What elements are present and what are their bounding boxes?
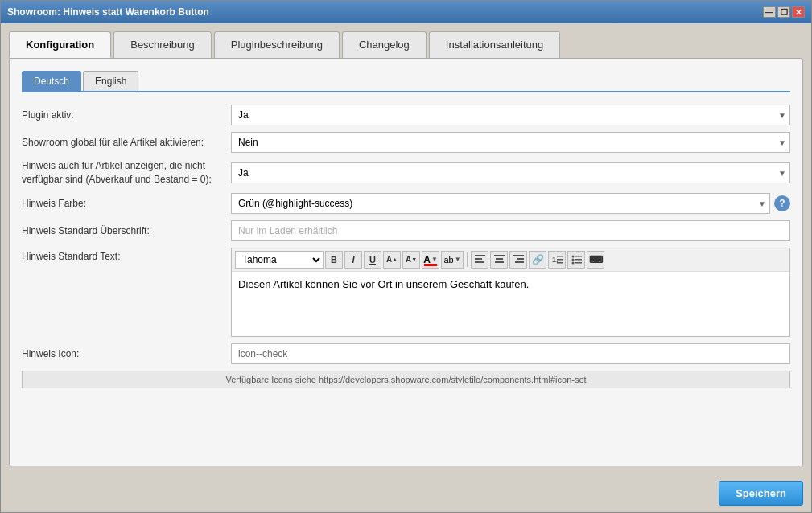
hinweis-farbe-control: Grün (@highlight-success) Rot Blau ▼ ? <box>231 193 790 214</box>
hinweis-artikel-row: Hinweis auch für Artikel anzeigen, die n… <box>22 159 790 187</box>
hinweis-artikel-select[interactable]: Ja Nein <box>231 162 790 183</box>
underline-button[interactable]: U <box>364 251 381 269</box>
hinweis-icon-input[interactable] <box>231 343 790 364</box>
hinweis-uberschrift-control <box>231 220 790 241</box>
hinweis-uberschrift-input[interactable] <box>231 220 790 241</box>
special-chars-button[interactable]: ⌨ <box>587 251 604 269</box>
subscript-button[interactable]: A▼ <box>402 251 420 269</box>
hinweis-uberschrift-row: Hinweis Standard Überschrift: <box>22 220 790 241</box>
titlebar: Showroom: Hinweis statt Warenkorb Button… <box>1 1 811 23</box>
svg-rect-8 <box>515 261 524 263</box>
close-button[interactable]: ✕ <box>792 6 805 18</box>
svg-rect-16 <box>575 256 582 257</box>
svg-point-13 <box>571 256 574 258</box>
tab-beschreibung[interactable]: Beschreibung <box>113 31 212 58</box>
tab-pluginbeschreibung[interactable]: Pluginbeschreibung <box>214 31 340 58</box>
lang-tab-english[interactable]: English <box>83 71 138 91</box>
plugin-aktiv-select-wrap: Ja Nein ▼ <box>231 105 790 125</box>
showroom-control: Nein Ja ▼ <box>231 132 790 153</box>
hinweis-text-control: Tahoma Arial Verdana B I U A▲ A▼ A <box>231 248 790 337</box>
superscript-button[interactable]: A▲ <box>383 251 401 269</box>
svg-rect-7 <box>517 258 524 260</box>
svg-rect-6 <box>513 255 524 256</box>
main-window: Showroom: Hinweis statt Warenkorb Button… <box>0 0 812 513</box>
hinweis-farbe-select[interactable]: Grün (@highlight-success) Rot Blau <box>231 193 770 214</box>
restore-button[interactable]: ❐ <box>777 6 790 18</box>
main-tabs: Konfiguration Beschreibung Pluginbeschre… <box>9 31 803 58</box>
hinweis-icon-control <box>231 343 790 364</box>
hinweis-text-label: Hinweis Standard Text: <box>22 248 231 262</box>
italic-button[interactable]: I <box>344 251 362 269</box>
svg-point-14 <box>571 259 574 261</box>
bold-button[interactable]: B <box>325 251 343 269</box>
hinweis-artikel-select-wrap: Ja Nein ▼ <box>231 162 790 183</box>
save-button[interactable]: Speichern <box>719 481 803 506</box>
highlight-color-button[interactable]: ab ▼ <box>441 251 464 269</box>
showroom-select[interactable]: Nein Ja <box>231 132 790 153</box>
titlebar-buttons: — ❐ ✕ <box>763 6 805 18</box>
hinweis-icon-row: Hinweis Icon: <box>22 343 790 364</box>
svg-rect-0 <box>475 255 485 256</box>
svg-rect-11 <box>557 259 563 261</box>
lang-tab-deutsch[interactable]: Deutsch <box>22 71 81 91</box>
lang-tabs: Deutsch English <box>22 71 790 92</box>
tab-changelog[interactable]: Changelog <box>342 31 427 58</box>
align-right-button[interactable] <box>509 251 527 269</box>
content-area: Konfiguration Beschreibung Pluginbeschre… <box>1 23 811 474</box>
hinweis-artikel-control: Ja Nein ▼ <box>231 162 790 183</box>
unordered-list-button[interactable] <box>567 251 585 269</box>
toolbar-separator-1 <box>467 252 468 267</box>
hinweis-farbe-label: Hinweis Farbe: <box>22 198 231 209</box>
svg-rect-4 <box>496 258 503 260</box>
plugin-aktiv-control: Ja Nein ▼ <box>231 105 790 125</box>
editor-toolbar: Tahoma Arial Verdana B I U A▲ A▼ A <box>232 248 789 272</box>
tab-konfiguration[interactable]: Konfiguration <box>9 31 111 58</box>
plugin-aktiv-row: Plugin aktiv: Ja Nein ▼ <box>22 105 790 125</box>
align-left-button[interactable] <box>471 251 488 269</box>
hinweis-icon-label: Hinweis Icon: <box>22 348 231 359</box>
showroom-row: Showroom global für alle Artikel aktivie… <box>22 132 790 153</box>
showroom-label: Showroom global für alle Artikel aktivie… <box>22 137 231 148</box>
text-editor: Tahoma Arial Verdana B I U A▲ A▼ A <box>231 248 790 337</box>
svg-rect-17 <box>575 259 582 261</box>
hinweis-farbe-row: Hinweis Farbe: Grün (@highlight-success)… <box>22 193 790 214</box>
svg-rect-5 <box>495 261 504 263</box>
main-panel: Deutsch English Plugin aktiv: Ja Nein ▼ <box>9 58 803 466</box>
hinweis-text-row: Hinweis Standard Text: Tahoma Arial Verd… <box>22 248 790 337</box>
svg-rect-10 <box>557 256 563 257</box>
editor-content[interactable]: Diesen Artikel können Sie vor Ort in uns… <box>232 272 789 336</box>
showroom-select-wrap: Nein Ja ▼ <box>231 132 790 153</box>
hinweis-uberschrift-label: Hinweis Standard Überschrift: <box>22 225 231 236</box>
hinweis-farbe-select-wrap: Grün (@highlight-success) Rot Blau ▼ <box>231 193 770 214</box>
info-bar: Verfügbare Icons siehe https://developer… <box>22 371 790 388</box>
svg-point-15 <box>571 262 574 265</box>
svg-rect-12 <box>557 262 563 264</box>
minimize-button[interactable]: — <box>763 6 776 18</box>
ordered-list-button[interactable]: 1. <box>548 251 566 269</box>
plugin-aktiv-select[interactable]: Ja Nein <box>231 105 790 125</box>
footer: Speichern <box>1 474 811 512</box>
svg-rect-2 <box>475 261 484 263</box>
font-color-button[interactable]: A ▼ <box>422 251 439 269</box>
font-select[interactable]: Tahoma Arial Verdana <box>235 251 324 269</box>
window-title: Showroom: Hinweis statt Warenkorb Button <box>7 6 209 18</box>
help-icon[interactable]: ? <box>774 195 790 211</box>
svg-rect-1 <box>475 258 482 260</box>
hinweis-artikel-label: Hinweis auch für Artikel anzeigen, die n… <box>22 159 231 187</box>
plugin-aktiv-label: Plugin aktiv: <box>22 109 231 121</box>
link-button[interactable]: 🔗 <box>529 251 546 269</box>
tab-installationsanleitung[interactable]: Installationsanleitung <box>429 31 560 58</box>
svg-rect-18 <box>575 262 582 264</box>
svg-rect-3 <box>494 255 505 256</box>
align-center-button[interactable] <box>490 251 508 269</box>
